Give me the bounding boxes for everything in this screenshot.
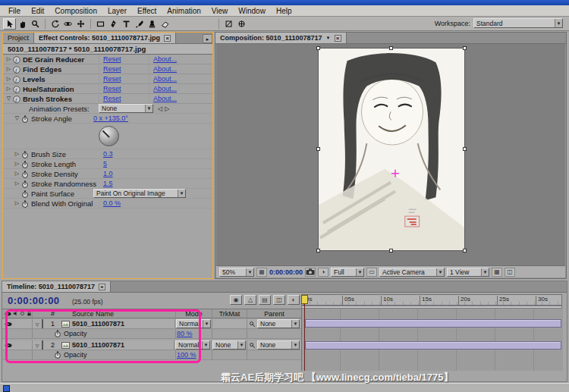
stopwatch-icon[interactable] bbox=[21, 159, 31, 168]
time-ruler[interactable]: 0s 05s 10s 15s 20s 25s 30s bbox=[301, 294, 562, 306]
twirl-closed-icon[interactable]: ▷ bbox=[5, 86, 13, 92]
eraser-tool[interactable] bbox=[159, 18, 171, 30]
motion-blur-button[interactable]: ◐ bbox=[288, 295, 300, 305]
effect-row[interactable]: ▷ Hue/Saturation Reset About... bbox=[3, 84, 212, 94]
paint-surface-dropdown[interactable]: Paint On Original Image ▼ bbox=[93, 189, 186, 198]
selection-handle[interactable] bbox=[389, 46, 393, 50]
close-icon[interactable]: × bbox=[99, 284, 105, 290]
clone-stamp-tool[interactable] bbox=[146, 18, 159, 30]
selection-handle[interactable] bbox=[463, 147, 467, 151]
show-channels-icon[interactable]: ◑ bbox=[318, 268, 329, 277]
param-value[interactable]: 1.0 bbox=[103, 170, 113, 177]
twirl-closed-icon[interactable]: ▷ bbox=[13, 161, 21, 167]
current-time-display[interactable]: 0:00:00:00 bbox=[8, 295, 60, 306]
trkmat-column-header[interactable]: TrkMat bbox=[212, 309, 247, 318]
close-icon[interactable]: × bbox=[164, 35, 171, 42]
layer-duration-bar[interactable] bbox=[305, 319, 561, 328]
menu-help[interactable]: Help bbox=[271, 7, 297, 15]
frame-blend-button[interactable]: ◫ bbox=[273, 295, 285, 305]
angle-dial[interactable] bbox=[99, 126, 119, 146]
workspace-dropdown[interactable]: Standard ▼ bbox=[473, 18, 563, 28]
tab-composition[interactable]: Composition: 5010_1110078717 ▼ × bbox=[215, 33, 347, 43]
hide-shy-layers-button[interactable]: ▤ bbox=[259, 295, 271, 305]
tab-effect-controls[interactable]: Effect Controls: 5010_1110078717.jpg × bbox=[34, 33, 176, 43]
close-icon[interactable]: × bbox=[335, 35, 341, 42]
stopwatch-icon[interactable] bbox=[21, 149, 31, 158]
param-value[interactable]: 0.0 % bbox=[103, 199, 121, 207]
zoom-tool[interactable] bbox=[29, 18, 42, 30]
pan-behind-tool[interactable] bbox=[74, 18, 87, 30]
effect-fx-icon[interactable] bbox=[13, 84, 23, 93]
twirl-closed-icon[interactable]: ▷ bbox=[5, 76, 13, 82]
parent-column-header[interactable]: Parent bbox=[247, 309, 301, 318]
selection-tool[interactable] bbox=[3, 18, 16, 30]
twirl-closed-icon[interactable]: ▷ bbox=[13, 180, 21, 187]
effect-row[interactable]: ▷ Levels Reset About... bbox=[3, 74, 212, 84]
pickwhip-icon[interactable] bbox=[249, 342, 256, 349]
rotation-tool[interactable] bbox=[49, 18, 61, 30]
menu-layer[interactable]: Layer bbox=[102, 7, 132, 15]
panel-menu-button[interactable]: ▸ bbox=[203, 34, 212, 43]
selection-handle[interactable] bbox=[316, 147, 320, 151]
comp-timecode[interactable]: 0:00:00:00 bbox=[269, 268, 303, 276]
camera-view-dropdown[interactable]: Active Camera ▼ bbox=[379, 268, 445, 277]
snapshot-camera-icon[interactable] bbox=[305, 268, 316, 277]
twirl-closed-icon[interactable]: ▷ bbox=[5, 56, 13, 62]
param-value[interactable]: 0.3 bbox=[103, 150, 113, 158]
effect-row[interactable]: ▽ Brush Strokes Reset About... bbox=[3, 94, 212, 104]
current-time-indicator[interactable] bbox=[301, 295, 308, 304]
twirl-closed-icon[interactable]: ▷ bbox=[5, 66, 13, 72]
reset-link[interactable]: Reset bbox=[99, 75, 149, 83]
reset-link[interactable]: Reset bbox=[99, 95, 149, 102]
composition-viewer[interactable] bbox=[216, 44, 565, 265]
effect-fx-icon[interactable] bbox=[13, 94, 23, 102]
about-link[interactable]: About... bbox=[149, 75, 212, 83]
resolution-dropdown[interactable]: Full ▼ bbox=[331, 268, 364, 277]
twirl-closed-icon[interactable]: ▷ bbox=[13, 171, 21, 177]
param-value[interactable]: 5 bbox=[103, 160, 107, 168]
menu-view[interactable]: View bbox=[206, 7, 234, 15]
taskbar-app-icon[interactable] bbox=[3, 385, 10, 392]
stopwatch-icon[interactable] bbox=[21, 169, 31, 177]
pen-tool[interactable] bbox=[107, 18, 120, 30]
selection-handle[interactable] bbox=[389, 249, 393, 252]
selection-handle[interactable] bbox=[463, 46, 467, 50]
hand-tool[interactable] bbox=[16, 18, 29, 30]
window-title-bar[interactable] bbox=[0, 0, 569, 5]
composition-image[interactable] bbox=[318, 48, 465, 251]
animation-presets-dropdown[interactable]: None ▼ bbox=[99, 104, 153, 113]
twirl-closed-icon[interactable]: ▷ bbox=[13, 200, 21, 206]
about-link[interactable]: About... bbox=[149, 65, 212, 73]
stopwatch-icon[interactable] bbox=[21, 179, 31, 187]
preset-prev-icon[interactable]: ◁ bbox=[158, 105, 162, 112]
preset-next-icon[interactable]: ▷ bbox=[165, 105, 169, 112]
menu-window[interactable]: Window bbox=[233, 7, 271, 15]
pixel-aspect-icon[interactable]: ◫ bbox=[505, 268, 515, 277]
parent-dropdown[interactable]: None ▼ bbox=[257, 319, 300, 328]
tab-menu-icon[interactable]: ▼ bbox=[326, 36, 331, 40]
parent-dropdown[interactable]: None ▼ bbox=[257, 340, 300, 350]
safe-guides-icon[interactable]: ▦ bbox=[256, 268, 267, 277]
reset-link[interactable]: Reset bbox=[99, 55, 149, 63]
menu-animation[interactable]: Animation bbox=[162, 7, 206, 15]
about-link[interactable]: About... bbox=[149, 85, 212, 93]
menu-file[interactable]: File bbox=[3, 7, 26, 15]
grid-options-icon[interactable]: ▦ bbox=[492, 268, 502, 277]
type-tool[interactable] bbox=[120, 18, 133, 30]
effect-row[interactable]: ▷ DE Grain Reducer Reset About... bbox=[3, 55, 212, 64]
region-of-interest-icon[interactable]: ▭ bbox=[366, 268, 377, 277]
world-axis-mode-button[interactable] bbox=[235, 18, 248, 30]
mask-rectangle-tool[interactable] bbox=[94, 18, 107, 30]
stopwatch-icon[interactable] bbox=[21, 189, 31, 197]
tab-timeline[interactable]: Timeline: 5010_1110078717 × bbox=[2, 281, 111, 292]
reset-link[interactable]: Reset bbox=[99, 65, 149, 73]
stopwatch-icon[interactable] bbox=[21, 199, 31, 207]
selection-handle[interactable] bbox=[316, 46, 320, 50]
effect-fx-icon[interactable] bbox=[13, 55, 23, 63]
draft-3d-button[interactable]: △ bbox=[244, 295, 256, 305]
layer-duration-bar[interactable] bbox=[305, 341, 561, 350]
menu-effect[interactable]: Effect bbox=[132, 7, 162, 15]
twirl-open-icon[interactable]: ▽ bbox=[5, 96, 13, 102]
about-link[interactable]: About... bbox=[149, 95, 212, 102]
trkmat-dropdown[interactable]: None ▼ bbox=[212, 340, 246, 350]
